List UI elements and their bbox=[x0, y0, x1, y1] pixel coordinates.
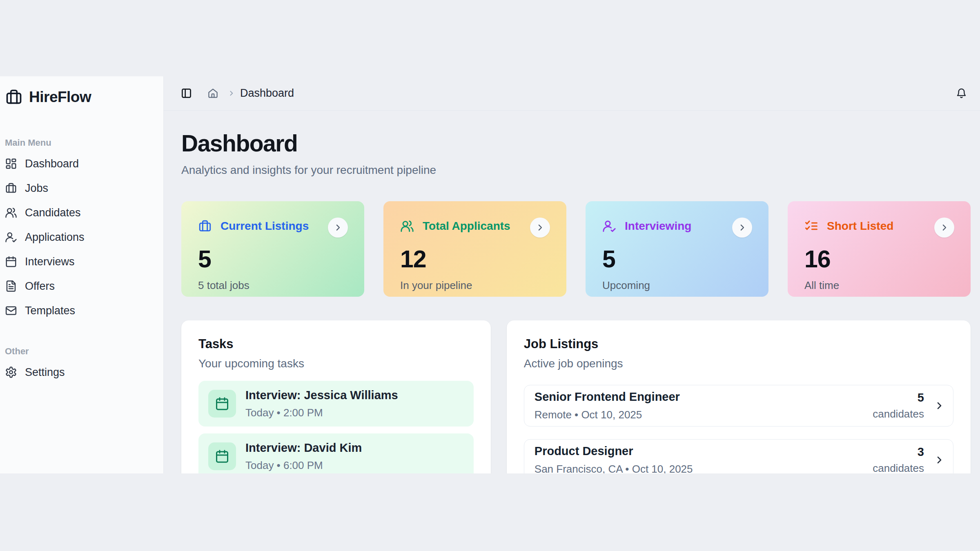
chevron-right-icon bbox=[334, 223, 342, 232]
stat-label: Total Applicants bbox=[423, 220, 510, 233]
job-listings-panel: Job Listings Active job openings Senior … bbox=[507, 320, 971, 473]
sidebar-item-interviews[interactable]: Interviews bbox=[4, 249, 155, 274]
calendar-icon bbox=[5, 256, 17, 268]
calendar-icon bbox=[215, 396, 229, 411]
job-info: Senior Frontend Engineer Remote • Oct 10… bbox=[535, 390, 873, 421]
chevron-right-icon bbox=[228, 90, 235, 97]
stat-card-current-listings[interactable]: Current Listings 5 5 total jobs bbox=[181, 201, 364, 297]
stat-value: 5 bbox=[198, 245, 348, 273]
job-meta: San Francisco, CA • Oct 10, 2025 bbox=[535, 463, 873, 473]
job-open-button[interactable] bbox=[934, 401, 944, 411]
job-candidate-count: 3 candidates bbox=[873, 445, 924, 473]
stat-value: 5 bbox=[602, 245, 752, 273]
stat-card-head: Short Listed bbox=[804, 219, 954, 233]
sidebar-item-label: Applications bbox=[25, 231, 85, 244]
panel-toggle-icon bbox=[181, 88, 192, 99]
breadcrumb-separator bbox=[228, 90, 235, 97]
chevron-right-icon bbox=[934, 401, 944, 411]
job-title: Product Designer bbox=[535, 444, 873, 458]
job-info: Product Designer San Francisco, CA • Oct… bbox=[535, 444, 873, 473]
stat-value: 16 bbox=[804, 245, 954, 273]
sidebar-item-templates[interactable]: Templates bbox=[4, 298, 155, 323]
task-text: Interview: Jessica Williams Today • 2:00… bbox=[245, 389, 398, 419]
task-title: Interview: David Kim bbox=[245, 441, 362, 455]
stat-label: Interviewing bbox=[625, 220, 691, 233]
users-icon bbox=[5, 207, 17, 219]
bell-icon bbox=[956, 88, 967, 99]
stat-card-short-listed[interactable]: Short Listed 16 All time bbox=[788, 201, 971, 297]
job-meta: Remote • Oct 10, 2025 bbox=[535, 409, 873, 421]
stat-subtext: 5 total jobs bbox=[198, 279, 348, 292]
task-meta: Today • 2:00 PM bbox=[245, 407, 398, 419]
stat-value: 12 bbox=[400, 245, 550, 273]
sidebar-item-label: Dashboard bbox=[25, 158, 79, 170]
sidebar-item-offers[interactable]: Offers bbox=[4, 274, 155, 298]
task-list: Interview: Jessica Williams Today • 2:00… bbox=[198, 381, 474, 473]
mail-icon bbox=[5, 304, 17, 317]
job-row[interactable]: Senior Frontend Engineer Remote • Oct 10… bbox=[524, 385, 953, 427]
breadcrumb-home-link[interactable] bbox=[207, 88, 218, 99]
task-icon-tile bbox=[208, 442, 236, 470]
sidebar-item-dashboard[interactable]: Dashboard bbox=[4, 151, 155, 176]
task-item[interactable]: Interview: David Kim Today • 6:00 PM bbox=[198, 433, 474, 473]
top-header: Dashboard bbox=[164, 76, 980, 111]
briefcase-icon bbox=[5, 182, 17, 194]
briefcase-logo-icon bbox=[5, 88, 23, 106]
sidebar-item-jobs[interactable]: Jobs bbox=[4, 176, 155, 200]
job-count-unit: candidates bbox=[873, 462, 924, 473]
stat-card-arrow-button[interactable] bbox=[934, 218, 954, 238]
stat-card-head: Total Applicants bbox=[400, 219, 550, 233]
job-listings-title: Job Listings bbox=[524, 337, 953, 351]
notifications-button[interactable] bbox=[956, 88, 967, 99]
user-check-icon bbox=[602, 219, 616, 233]
app-logo: HireFlow bbox=[4, 88, 155, 106]
main-area: Dashboard Dashboard Analytics and insigh… bbox=[164, 76, 980, 473]
dashboard-content: Dashboard Analytics and insights for you… bbox=[164, 111, 980, 473]
stat-card-head: Interviewing bbox=[602, 219, 752, 233]
breadcrumb-current[interactable]: Dashboard bbox=[240, 87, 294, 100]
stat-card-arrow-button[interactable] bbox=[530, 218, 550, 238]
sidebar-toggle-button[interactable] bbox=[181, 88, 192, 99]
chevron-right-icon bbox=[738, 223, 746, 232]
users-icon bbox=[400, 219, 414, 233]
list-checks-icon bbox=[804, 219, 818, 233]
chevron-right-icon bbox=[934, 455, 944, 465]
task-item[interactable]: Interview: Jessica Williams Today • 2:00… bbox=[198, 381, 474, 427]
sidebar: HireFlow Main Menu Dashboard Jobs Candid… bbox=[0, 76, 164, 473]
sidebar-section-label-other: Other bbox=[5, 346, 155, 357]
job-listings-subtitle: Active job openings bbox=[524, 357, 953, 370]
chevron-right-icon bbox=[536, 223, 544, 232]
stat-card-arrow-button[interactable] bbox=[328, 218, 348, 238]
sidebar-item-label: Offers bbox=[25, 280, 55, 293]
stat-label: Current Listings bbox=[220, 220, 309, 233]
home-icon bbox=[207, 88, 218, 99]
briefcase-icon bbox=[198, 219, 212, 233]
stat-subtext: Upcoming bbox=[602, 279, 752, 292]
job-candidate-count: 5 candidates bbox=[873, 391, 924, 420]
task-text: Interview: David Kim Today • 6:00 PM bbox=[245, 441, 362, 472]
dashboard-grid-icon bbox=[5, 158, 17, 170]
file-text-icon bbox=[5, 280, 17, 292]
sidebar-item-applications[interactable]: Applications bbox=[4, 225, 155, 249]
stat-card-head: Current Listings bbox=[198, 219, 348, 233]
app-frame: HireFlow Main Menu Dashboard Jobs Candid… bbox=[0, 76, 980, 473]
job-count-number: 5 bbox=[873, 391, 924, 404]
sidebar-section-label-main: Main Menu bbox=[5, 138, 155, 148]
job-count-number: 3 bbox=[873, 445, 924, 459]
tasks-subtitle: Your upcoming tasks bbox=[198, 357, 474, 370]
job-list: Senior Frontend Engineer Remote • Oct 10… bbox=[524, 385, 953, 473]
sidebar-item-candidates[interactable]: Candidates bbox=[4, 200, 155, 225]
tasks-panel: Tasks Your upcoming tasks Interview: Jes… bbox=[181, 320, 491, 473]
page-title: Dashboard bbox=[181, 130, 971, 157]
job-open-button[interactable] bbox=[934, 455, 944, 465]
task-meta: Today • 6:00 PM bbox=[245, 459, 362, 472]
stat-card-arrow-button[interactable] bbox=[732, 218, 752, 238]
sidebar-item-label: Templates bbox=[25, 304, 75, 317]
job-row[interactable]: Product Designer San Francisco, CA • Oct… bbox=[524, 439, 953, 473]
stat-card-total-applicants[interactable]: Total Applicants 12 In your pipeline bbox=[383, 201, 566, 297]
stat-label: Short Listed bbox=[827, 220, 893, 233]
sidebar-item-settings[interactable]: Settings bbox=[4, 360, 155, 384]
sidebar-item-label: Candidates bbox=[25, 207, 81, 219]
app-title: HireFlow bbox=[29, 89, 91, 106]
stat-card-interviewing[interactable]: Interviewing 5 Upcoming bbox=[586, 201, 768, 297]
